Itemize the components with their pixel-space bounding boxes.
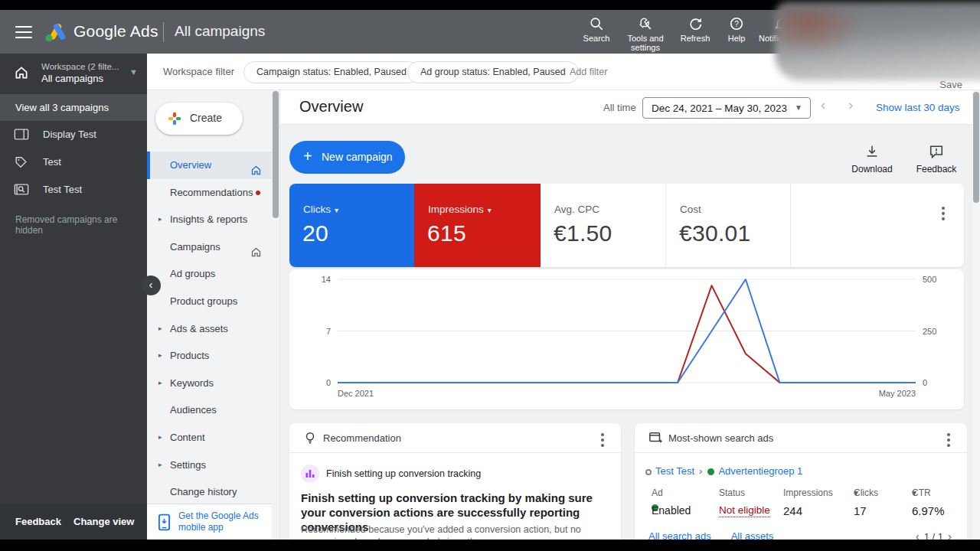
page-scrollbar — [972, 90, 980, 540]
collapse-sidebar-button[interactable]: ‹ — [141, 276, 161, 295]
filter-chip-ad-group-status[interactable]: Ad group status: Enabled, Paused — [407, 61, 579, 83]
feedback-link[interactable]: Feedback — [15, 504, 61, 540]
breadcrumb-campaign-link[interactable]: Test Test — [655, 465, 694, 477]
filter-chip-campaign-status[interactable]: Campaign status: Enabled, Paused — [243, 61, 420, 83]
scorecard-strip: Clicks▾ 20 Impressions▾ 615 Avg. CPC €1.… — [289, 184, 964, 267]
notification-dot-icon — [256, 191, 260, 195]
breadcrumb: Test Test›Advertentiegroep 1 — [645, 465, 802, 477]
mobile-app-link[interactable]: Get the Google Ads mobile app — [147, 504, 272, 540]
sidebar-item-products[interactable]: ▸ Products — [147, 342, 272, 370]
main-content: Overview All time Dec 24, 2021 – May 30,… — [279, 90, 972, 540]
svg-text:0: 0 — [923, 378, 927, 387]
expand-arrow-icon: ▸ — [158, 315, 162, 343]
previous-range-button[interactable]: ‹ — [821, 96, 825, 113]
workspace-name: Workspace (2 filte... — [41, 62, 119, 71]
menu-icon[interactable] — [15, 26, 32, 38]
sidebar-item-audiences[interactable]: Audiences — [147, 396, 272, 424]
menu-items: Overview Recommendations ▸ Insights & re… — [147, 152, 272, 506]
download-button[interactable]: Download — [840, 144, 904, 174]
campaign-status-icon — [645, 469, 652, 475]
campaign-list: Display Test Test Test Test — [0, 121, 147, 204]
expand-arrow-icon: ▸ — [158, 206, 162, 233]
more-options-icon[interactable] — [942, 207, 945, 223]
expand-arrow-icon: ▸ — [158, 370, 162, 397]
more-options-icon[interactable] — [601, 433, 604, 449]
navigation-sidebar: Workspace (2 filte... All campaigns ▼ Vi… — [0, 54, 147, 540]
most-shown-search-ads-card: Most-shown search ads Test Test›Adverten… — [635, 423, 967, 551]
scorecard-impressions[interactable]: Impressions▾ 615 — [414, 184, 541, 267]
phone-icon — [158, 514, 171, 531]
impressions-cell: 244 — [783, 504, 802, 517]
status-cell[interactable]: Not eligible — [719, 504, 770, 517]
search-campaign-icon — [14, 183, 29, 199]
svg-text:7: 7 — [326, 327, 331, 336]
menu-sidebar: Create Overview Recommendations ▸ Insigh… — [147, 90, 272, 540]
sidebar-scrollbar-thumb[interactable] — [273, 91, 279, 218]
workspace-selector[interactable]: Workspace (2 filte... All campaigns ▼ — [0, 54, 147, 94]
expand-arrow-icon: ▸ — [158, 424, 162, 452]
tools-and-settings-button[interactable]: Tools and settings — [620, 16, 671, 52]
workspace-scope: All campaigns — [41, 73, 103, 84]
date-range-picker[interactable]: Dec 24, 2021 – May 30, 2023 ▼ — [642, 97, 811, 119]
overview-chart-card: 00725014500Dec 2021May 2023 — [289, 269, 964, 409]
impressions-value: 615 — [427, 220, 466, 246]
breadcrumb-ad-group-link[interactable]: Advertentiegroep 1 — [718, 465, 802, 477]
sidebar-footer: Feedback Change view — [0, 504, 147, 540]
sidebar-item-change-history[interactable]: Change history — [147, 478, 272, 506]
page-scrollbar-thumb[interactable] — [973, 92, 979, 203]
ad-group-status-icon — [707, 468, 714, 475]
feedback-icon — [929, 144, 944, 159]
sidebar-item-keywords[interactable]: ▸ Keywords — [147, 370, 272, 397]
show-last-30-days-link[interactable]: Show last 30 days — [876, 102, 960, 113]
next-range-button[interactable]: › — [848, 96, 853, 113]
sort-caret-icon: ▾ — [854, 487, 858, 498]
sidebar-item-ads-assets[interactable]: ▸ Ads & assets — [147, 315, 272, 343]
search-button[interactable]: Search — [572, 16, 621, 43]
page-title: Overview — [299, 98, 363, 116]
shopping-campaign-icon — [14, 155, 28, 172]
column-ad: Ad — [652, 487, 663, 498]
chevron-down-icon: ▼ — [795, 103, 802, 112]
recommendation-item-title[interactable]: Finish setting up conversion tracking — [326, 468, 481, 479]
campaign-item-test[interactable]: Test — [0, 148, 147, 176]
svg-text:May 2023: May 2023 — [879, 389, 916, 398]
avg-cpc-value: €1.50 — [554, 220, 612, 246]
sidebar-item-settings[interactable]: ▸ Settings — [147, 452, 272, 479]
sidebar-item-campaigns[interactable]: Campaigns — [147, 233, 272, 261]
webcam-overlay — [775, 2, 980, 81]
removed-campaigns-note: Removed campaigns are hidden — [15, 214, 147, 236]
scorecard-empty-area — [790, 184, 964, 267]
scorecard-clicks[interactable]: Clicks▾ 20 — [289, 184, 414, 267]
campaign-item-display-test[interactable]: Display Test — [0, 121, 147, 148]
sidebar-item-content[interactable]: ▸ Content — [147, 424, 272, 452]
date-range-preset-label: All time — [603, 102, 636, 113]
svg-text:14: 14 — [322, 275, 331, 284]
breadcrumb-separator: › — [699, 465, 702, 477]
sidebar-item-insights-reports[interactable]: ▸ Insights & reports — [147, 206, 272, 233]
more-options-icon[interactable] — [947, 433, 950, 449]
campaign-item-test-test[interactable]: Test Test — [0, 176, 147, 204]
create-button[interactable]: Create — [155, 103, 243, 135]
recommendation-card-header: Recommendation — [289, 423, 621, 453]
search-icon — [572, 16, 621, 31]
help-button[interactable]: ? Help — [712, 16, 761, 43]
expand-arrow-icon: ▸ — [158, 342, 162, 370]
clicks-value: 20 — [302, 220, 328, 246]
change-view-link[interactable]: Change view — [74, 504, 134, 540]
view-all-campaigns-link[interactable]: View all 3 campaigns — [0, 94, 147, 121]
scorecard-avg-cpc[interactable]: Avg. CPC €1.50 — [541, 184, 665, 267]
sidebar-item-product-groups[interactable]: Product groups — [147, 288, 272, 315]
sidebar-item-ad-groups[interactable]: Ad groups — [147, 260, 272, 288]
expand-arrow-icon: ▸ — [158, 452, 162, 479]
google-ads-logo — [44, 21, 67, 44]
ctr-cell: 6.97% — [912, 504, 945, 517]
search-ads-card-header: Most-shown search ads — [635, 423, 967, 453]
new-campaign-button[interactable]: + New campaign — [289, 141, 405, 174]
feedback-button[interactable]: Feedback — [904, 144, 969, 174]
svg-text:Dec 2021: Dec 2021 — [338, 389, 374, 398]
sidebar-item-recommendations[interactable]: Recommendations — [147, 179, 272, 207]
scorecard-cost[interactable]: Cost €30.01 — [665, 184, 790, 267]
filter-bar-label: Workspace filter — [163, 66, 234, 77]
add-filter-button[interactable]: Add filter — [570, 67, 607, 77]
sidebar-item-overview[interactable]: Overview — [147, 152, 272, 179]
